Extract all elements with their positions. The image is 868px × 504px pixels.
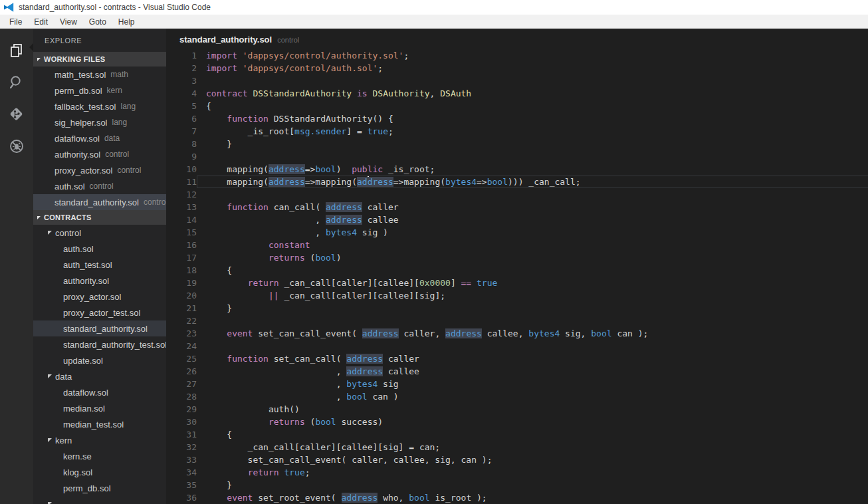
code-line-text[interactable]: returns (bool success)	[197, 416, 868, 428]
code-line-text[interactable]: function DSStandardAuthority() {	[197, 112, 868, 125]
line-number[interactable]: 35	[166, 479, 197, 491]
line-number[interactable]: 30	[166, 416, 197, 428]
line-number[interactable]: 29	[166, 403, 197, 416]
line-number[interactable]: 19	[166, 277, 197, 289]
working-file-item[interactable]: fallback_test.sollang	[33, 98, 166, 114]
tree-item-folder[interactable]	[33, 496, 166, 504]
working-file-item[interactable]: authority.solcontrol	[33, 146, 166, 162]
line-number[interactable]: 11	[166, 176, 197, 188]
code-line-text[interactable]	[197, 150, 868, 163]
line-number[interactable]: 26	[166, 365, 197, 378]
tree-item-file[interactable]: proxy_actor.sol	[33, 289, 166, 305]
code-line-text[interactable]: import 'dappsys/control/authority.sol';	[197, 49, 868, 62]
menu-item-goto[interactable]: Goto	[83, 16, 112, 28]
line-number[interactable]: 13	[166, 201, 197, 213]
debug-icon[interactable]	[0, 130, 33, 162]
menu-item-file[interactable]: File	[3, 16, 28, 28]
line-number[interactable]: 31	[166, 428, 197, 441]
line-number[interactable]: 18	[166, 264, 197, 277]
line-number[interactable]: 28	[166, 390, 197, 403]
line-number[interactable]: 36	[166, 491, 197, 504]
line-number[interactable]: 12	[166, 188, 197, 201]
tree-item-file[interactable]: kern.se	[33, 448, 166, 464]
line-number[interactable]: 34	[166, 466, 197, 479]
line-number[interactable]: 23	[166, 327, 197, 340]
tree-item-file[interactable]: median.sol	[33, 400, 166, 416]
menu-item-edit[interactable]: Edit	[28, 16, 54, 28]
git-icon[interactable]	[0, 98, 33, 130]
code-line-text[interactable]: mapping(address=>mapping(address=>mappin…	[197, 176, 868, 188]
code-line-text[interactable]: {	[197, 100, 868, 112]
code-line-text[interactable]: mapping(address=>bool) public _is_root;	[197, 163, 868, 176]
tree-item-file[interactable]: proxy_actor_test.sol	[33, 305, 166, 320]
line-number[interactable]: 8	[166, 138, 197, 150]
line-number[interactable]: 25	[166, 352, 197, 365]
code-line-text[interactable]: _is_root[msg.sender] = true;	[197, 125, 868, 138]
menu-item-help[interactable]: Help	[112, 16, 141, 28]
editor-tab[interactable]: standard_authority.sol control	[166, 29, 868, 49]
line-number[interactable]: 1	[166, 49, 197, 62]
code-line-text[interactable]: function set_can_call( address caller	[197, 352, 868, 365]
code-line-text[interactable]: constant	[197, 239, 868, 251]
line-number[interactable]: 17	[166, 251, 197, 264]
working-files-header[interactable]: WORKING FILES	[33, 52, 166, 66]
line-number[interactable]: 7	[166, 125, 197, 138]
line-number[interactable]: 6	[166, 112, 197, 125]
working-file-item[interactable]: dataflow.soldata	[33, 130, 166, 146]
code-line-text[interactable]: {	[197, 428, 868, 441]
tree-item-folder[interactable]: control	[33, 225, 166, 241]
search-icon[interactable]	[0, 66, 33, 98]
code-area[interactable]: 1import 'dappsys/control/authority.sol';…	[166, 49, 868, 504]
code-line-text[interactable]: event set_can_call_event( address caller…	[197, 327, 868, 340]
tree-item-file[interactable]: standard_authority.sol	[33, 320, 166, 336]
tree-item-file[interactable]: auth_test.sol	[33, 257, 166, 273]
code-line-text[interactable]: }	[197, 138, 868, 150]
line-number[interactable]: 33	[166, 453, 197, 466]
line-number[interactable]: 32	[166, 441, 197, 453]
code-line-text[interactable]: }	[197, 479, 868, 491]
line-number[interactable]: 2	[166, 62, 197, 74]
code-line-text[interactable]	[197, 315, 868, 327]
line-number[interactable]: 4	[166, 87, 197, 100]
code-line-text[interactable]: contract DSStandardAuthority is DSAuthor…	[197, 87, 868, 100]
tree-item-file[interactable]: auth.sol	[33, 241, 166, 257]
code-line-text[interactable]: , bytes4 sig	[197, 378, 868, 390]
working-file-item[interactable]: auth.solcontrol	[33, 178, 166, 194]
line-number[interactable]: 10	[166, 163, 197, 176]
code-line-text[interactable]	[197, 188, 868, 201]
tree-item-file[interactable]: dataflow.sol	[33, 384, 166, 400]
code-line-text[interactable]: returns (bool)	[197, 251, 868, 264]
line-number[interactable]: 16	[166, 239, 197, 251]
code-line-text[interactable]: , bytes4 sig )	[197, 226, 868, 239]
line-number[interactable]: 20	[166, 289, 197, 302]
working-file-item[interactable]: math_test.solmath	[33, 66, 166, 82]
explorer-icon[interactable]	[0, 35, 33, 66]
code-line-text[interactable]: _can_call[caller][callee][sig] = can;	[197, 441, 868, 453]
tree-item-file[interactable]: klog.sol	[33, 464, 166, 480]
code-line-text[interactable]: {	[197, 264, 868, 277]
code-line-text[interactable]	[197, 340, 868, 352]
code-line-text[interactable]: import 'dappsys/control/auth.sol';	[197, 62, 868, 74]
working-file-item[interactable]: standard_authority.solcontrol	[33, 194, 166, 210]
contracts-header[interactable]: CONTRACTS	[33, 210, 166, 225]
code-line-text[interactable]: || _can_call[caller][callee][sig];	[197, 289, 868, 302]
working-file-item[interactable]: sig_helper.sollang	[33, 114, 166, 130]
line-number[interactable]: 27	[166, 378, 197, 390]
code-line-text[interactable]: , bool can )	[197, 390, 868, 403]
tree-item-file[interactable]: perm_db.sol	[33, 480, 166, 496]
line-number[interactable]: 21	[166, 302, 197, 315]
code-line-text[interactable]: return true;	[197, 466, 868, 479]
working-file-item[interactable]: perm_db.solkern	[33, 82, 166, 98]
tree-item-file[interactable]: median_test.sol	[33, 416, 166, 432]
tree-item-folder[interactable]: data	[33, 368, 166, 384]
code-line-text[interactable]: }	[197, 302, 868, 315]
line-number[interactable]: 24	[166, 340, 197, 352]
code-line-text[interactable]: set_can_call_event( caller, callee, sig,…	[197, 453, 868, 466]
code-line-text[interactable]: return _can_call[caller][callee][0x0000]…	[197, 277, 868, 289]
code-line-text[interactable]: function can_call( address caller	[197, 201, 868, 213]
code-line-text[interactable]: event set_root_event( address who, bool …	[197, 491, 868, 504]
line-number[interactable]: 5	[166, 100, 197, 112]
line-number[interactable]: 14	[166, 213, 197, 226]
working-file-item[interactable]: proxy_actor.solcontrol	[33, 162, 166, 178]
line-number[interactable]: 3	[166, 74, 197, 87]
